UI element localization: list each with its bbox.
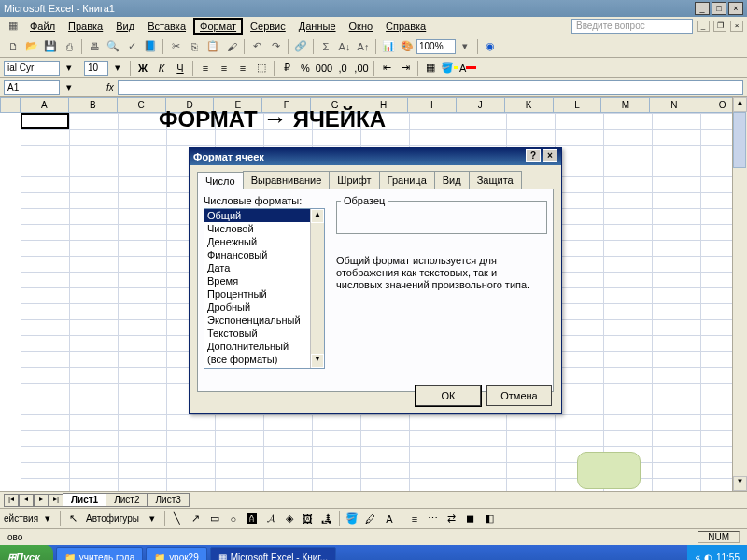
sort-desc-icon[interactable]: A↑ xyxy=(355,38,372,55)
picture-icon[interactable]: 🏞 xyxy=(318,511,335,527)
tab-number[interactable]: Число xyxy=(197,172,244,189)
formula-bar[interactable] xyxy=(118,80,743,95)
chart-icon[interactable]: 📊 xyxy=(380,38,397,55)
fmtpaint-icon[interactable]: 🖌 xyxy=(223,38,240,55)
clipart-icon[interactable]: 🖼 xyxy=(300,511,317,527)
help-icon[interactable]: ◉ xyxy=(482,38,499,55)
list-item[interactable]: Общий xyxy=(204,209,324,222)
comma-icon[interactable]: 000 xyxy=(316,60,332,77)
research-icon[interactable]: 📘 xyxy=(142,38,159,55)
start-button[interactable]: ⊞ Пуск xyxy=(0,545,53,560)
fill-icon[interactable]: 🪣 xyxy=(441,60,458,77)
borders-icon[interactable]: ▦ xyxy=(422,60,439,77)
list-item[interactable]: Процентный xyxy=(204,287,324,301)
paste-icon[interactable]: 📋 xyxy=(204,38,221,55)
list-scroll-up-icon[interactable]: ▲ xyxy=(311,209,324,223)
scroll-up-icon[interactable]: ▲ xyxy=(733,97,747,112)
underline-button[interactable]: Ч xyxy=(172,60,189,77)
tab-alignment[interactable]: Выравнивание xyxy=(243,171,331,189)
col-header[interactable]: M xyxy=(601,97,650,113)
spell-icon[interactable]: ✓ xyxy=(123,38,140,55)
zoom-select[interactable]: 100% xyxy=(416,39,456,54)
col-header[interactable]: L xyxy=(554,97,602,113)
dialog-help-icon[interactable]: ? xyxy=(526,149,541,162)
font-dropdown-icon[interactable]: ▾ xyxy=(61,60,78,77)
tab-protection[interactable]: Защита xyxy=(469,171,522,189)
doc-restore[interactable]: ❐ xyxy=(713,21,726,32)
col-header[interactable]: B xyxy=(69,97,118,113)
inc-indent-icon[interactable]: ⇥ xyxy=(397,60,414,77)
list-item[interactable]: Дата xyxy=(204,261,324,274)
number-format-list[interactable]: Общий Числовой Денежный Финансовый Дата … xyxy=(204,208,325,369)
tab-font[interactable]: Шрифт xyxy=(329,171,379,189)
dec-decimal-icon[interactable]: ,00 xyxy=(353,60,370,77)
doc-minimize[interactable]: _ xyxy=(697,21,710,32)
scroll-thumb[interactable] xyxy=(733,112,746,168)
select-all-corner[interactable] xyxy=(0,97,21,113)
shadow-icon[interactable]: ◼ xyxy=(462,511,479,527)
align-center-icon[interactable]: ≡ xyxy=(216,60,233,77)
arrow-tool-icon[interactable]: ↗ xyxy=(188,511,204,527)
diagram-icon[interactable]: ◈ xyxy=(281,511,298,527)
menu-view[interactable]: Вид xyxy=(110,19,140,34)
sheet-first-icon[interactable]: |◂ xyxy=(4,494,19,507)
dialog-close-icon[interactable]: × xyxy=(543,149,557,162)
list-item[interactable]: Дробный xyxy=(204,301,324,314)
system-tray[interactable]: « ◐ 11:55 xyxy=(687,545,747,560)
tab-border[interactable]: Граница xyxy=(379,171,435,189)
col-header[interactable]: K xyxy=(505,97,554,113)
maximize-button[interactable]: □ xyxy=(712,2,726,15)
menu-data[interactable]: Данные xyxy=(293,19,342,34)
menu-insert[interactable]: Вставка xyxy=(142,19,191,34)
currency-icon[interactable]: ₽ xyxy=(278,60,295,77)
undo-icon[interactable]: ↶ xyxy=(248,38,265,55)
link-icon[interactable]: 🔗 xyxy=(292,38,309,55)
list-item[interactable]: Текстовый xyxy=(204,327,324,340)
sheet-prev-icon[interactable]: ◂ xyxy=(19,494,34,507)
doc-close[interactable]: × xyxy=(730,21,743,32)
save-icon[interactable]: 💾 xyxy=(42,38,59,55)
new-icon[interactable]: 🗋 xyxy=(5,38,21,55)
menu-tools[interactable]: Сервис xyxy=(245,19,291,34)
autoshapes-menu[interactable]: Автофигуры xyxy=(86,513,139,524)
oval-icon[interactable]: ○ xyxy=(225,511,242,527)
font-color-icon[interactable]: A xyxy=(459,60,476,77)
fontcolor2-icon[interactable]: A xyxy=(381,511,398,527)
print-icon[interactable]: 🖶 xyxy=(86,38,103,55)
open-icon[interactable]: 📂 xyxy=(23,38,40,55)
vertical-scrollbar[interactable]: ▲ ▼ xyxy=(732,97,747,491)
fx-icon[interactable]: fx xyxy=(106,82,114,92)
sheet-next-icon[interactable]: ▸ xyxy=(34,494,49,507)
preview-icon[interactable]: 🔍 xyxy=(105,38,121,55)
zoom-dropdown-icon[interactable]: ▾ xyxy=(457,38,473,55)
menu-format[interactable]: Формат xyxy=(193,18,243,35)
textbox-icon[interactable]: 🅰 xyxy=(244,511,261,527)
line-icon[interactable]: ╲ xyxy=(169,511,186,527)
size-dropdown-icon[interactable]: ▾ xyxy=(109,60,126,77)
actions-dropdown-icon[interactable]: ▾ xyxy=(39,511,56,527)
arrowstyle-icon[interactable]: ⇄ xyxy=(444,511,460,527)
active-cell[interactable] xyxy=(21,113,69,129)
drawing-icon[interactable]: 🎨 xyxy=(399,38,416,55)
list-item[interactable]: Экспоненциальный xyxy=(204,314,324,327)
fill2-icon[interactable]: 🪣 xyxy=(344,511,360,527)
menu-window[interactable]: Окно xyxy=(344,19,379,34)
name-dropdown-icon[interactable]: ▾ xyxy=(61,79,78,96)
tab-patterns[interactable]: Вид xyxy=(434,171,470,189)
list-item[interactable]: Числовой xyxy=(204,222,324,235)
autoshapes-dropdown-icon[interactable]: ▾ xyxy=(144,511,161,527)
list-item[interactable]: Время xyxy=(204,274,324,287)
sum-icon[interactable]: Σ xyxy=(317,38,334,55)
wordart-icon[interactable]: 𝓐 xyxy=(262,511,279,527)
name-box[interactable]: A1 xyxy=(4,80,60,95)
linestyle-icon[interactable]: ≡ xyxy=(406,511,423,527)
sheet-tab-2[interactable]: Лист2 xyxy=(106,493,148,507)
list-scrollbar[interactable]: ▲ ▼ xyxy=(310,209,324,368)
list-scroll-down-icon[interactable]: ▼ xyxy=(311,354,324,368)
close-button[interactable]: × xyxy=(728,2,743,15)
dec-indent-icon[interactable]: ⇤ xyxy=(378,60,395,77)
callout-shape[interactable] xyxy=(577,452,641,489)
task-3[interactable]: ▦Microsoft Excel - Книг... xyxy=(210,547,336,560)
italic-button[interactable]: К xyxy=(153,60,170,77)
scroll-down-icon[interactable]: ▼ xyxy=(733,476,747,491)
